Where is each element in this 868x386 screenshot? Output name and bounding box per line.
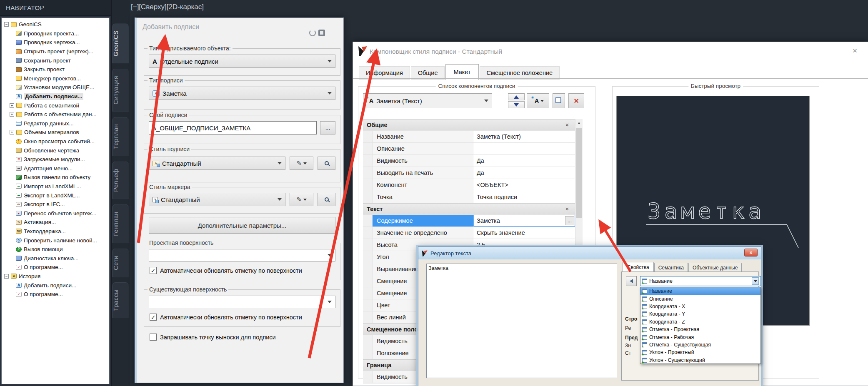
tree-item[interactable]: Техподдержка... <box>2 227 109 236</box>
more-params-button[interactable]: Дополнительные параметры... <box>149 217 335 234</box>
add-text-component-button[interactable]: A <box>527 93 549 108</box>
tree-item[interactable]: Активация... <box>2 218 109 227</box>
tree-item[interactable]: Добавить подписи... <box>2 281 109 290</box>
viewport-controls[interactable]: [−][Сверху][2D-каркас] <box>131 3 204 11</box>
tree-item[interactable]: Работа с семантикой <box>2 101 109 110</box>
tree-item[interactable]: О программе... <box>2 290 109 299</box>
tree-item[interactable]: Диагностика ключа... <box>2 254 109 263</box>
composer-tab[interactable]: Общие <box>411 66 445 80</box>
composer-tab[interactable]: Макет <box>445 64 478 80</box>
edit-label-style-button[interactable]: ✎ <box>290 157 313 170</box>
refresh-icon[interactable] <box>309 30 316 36</box>
tree-item[interactable]: Закрыть проект <box>2 65 109 74</box>
field-option[interactable]: Описание <box>640 295 760 302</box>
tree-item[interactable]: Работа с объектными дан... <box>2 110 109 119</box>
help-icon[interactable] <box>318 30 325 36</box>
tree-item[interactable]: Объемы материалов <box>2 128 109 137</box>
module-tab[interactable]: Рельеф <box>112 162 129 199</box>
tree-item[interactable]: Вызов помощи <box>2 245 109 254</box>
property-value[interactable]: Заметка (Текст) <box>473 131 575 142</box>
tree-expander-icon[interactable] <box>4 22 9 27</box>
field-option[interactable]: Координата - Y <box>640 310 760 318</box>
property-row[interactable]: Точка Точка подписи » <box>363 191 575 203</box>
tree-item[interactable]: Экспорт в IFC... <box>2 200 109 209</box>
property-value[interactable]: Да <box>473 155 575 167</box>
tree-item[interactable]: Менеджер проектов... <box>2 74 109 83</box>
text-content-area[interactable]: Заметка <box>426 264 617 378</box>
tree-item[interactable]: Проводник чертежа... <box>2 38 109 47</box>
edit-marker-style-button[interactable]: ✎ <box>290 193 313 206</box>
editor-tab[interactable]: Объектные данные <box>688 263 742 272</box>
checkbox-unchecked-icon[interactable] <box>150 334 157 341</box>
tree-expander-icon[interactable] <box>4 274 9 279</box>
property-value[interactable]: Скрыть значение <box>473 227 575 239</box>
editor-tab[interactable]: Семантика <box>654 263 688 272</box>
property-value[interactable]: Да <box>473 167 575 179</box>
field-option[interactable]: Координата - X <box>640 303 760 310</box>
field-option[interactable]: Координата - Z <box>640 318 760 326</box>
close-button[interactable]: × <box>744 249 758 257</box>
collapse-chevron-icon[interactable]: » <box>564 207 571 211</box>
tree-item[interactable]: О программе... <box>2 263 109 272</box>
existing-surface-auto-update[interactable]: Автоматически обновлять отметку по повер… <box>150 314 302 321</box>
field-option[interactable]: Уклон - Проектный <box>640 349 760 356</box>
field-option[interactable]: Отметка - Проектная <box>640 326 760 333</box>
property-row[interactable]: Описание » <box>363 143 575 155</box>
property-row[interactable]: Выводить на печать Да » <box>363 167 575 179</box>
property-row[interactable]: Видимость Да » <box>363 155 575 167</box>
tree-item[interactable]: Установки модуля ОБЩЕ... <box>2 83 109 92</box>
tree-item[interactable]: Вызов панели по объекту <box>2 173 109 182</box>
module-tab[interactable]: Терплан <box>112 117 129 156</box>
module-tab[interactable]: Ситуация <box>112 69 129 112</box>
tree-item[interactable]: Проверить наличие новой... <box>2 236 109 245</box>
move-up-button[interactable] <box>508 93 525 100</box>
delete-component-button[interactable]: × <box>568 93 584 108</box>
field-select[interactable]: Название <box>640 276 761 286</box>
tree-item[interactable]: История <box>2 272 109 281</box>
tree-item[interactable]: Загружаемые модули... <box>2 155 109 164</box>
tree-item[interactable]: Добавить подписи... <box>2 92 109 101</box>
component-select[interactable]: A Заметка (Текст) <box>363 93 492 108</box>
composer-tab[interactable]: Смещенное положение <box>480 66 560 80</box>
scroll-up-icon[interactable]: ▲ <box>575 119 583 126</box>
field-option[interactable]: Отметка - Существующая <box>640 341 760 349</box>
tree-item[interactable]: Редактор данных... <box>2 119 109 128</box>
module-tab[interactable]: Генплан <box>112 204 129 243</box>
field-option[interactable]: Название <box>640 287 760 295</box>
tree-item[interactable]: Адаптация меню... <box>2 164 109 173</box>
composer-tab[interactable]: Информация <box>359 66 410 80</box>
property-value[interactable]: Точка подписи <box>473 191 575 203</box>
tree-item[interactable]: Проводник проекта... <box>2 29 109 38</box>
label-type-select[interactable]: A Заметка <box>149 87 335 100</box>
move-down-button[interactable] <box>508 101 525 108</box>
layer-input[interactable]: А_ОБЩИЕ_ПОДПИСИ_ЗАМЕТКА <box>149 121 317 134</box>
field-option[interactable]: Отметка - Рабочая <box>640 333 760 341</box>
property-row[interactable]: Название Заметка (Текст) » <box>363 131 575 143</box>
preview-label-style-button[interactable] <box>318 157 335 170</box>
tree-item[interactable]: Экспорт в LandXML... <box>2 191 109 200</box>
layer-browse-button[interactable]: ... <box>320 121 335 134</box>
ask-leader-point-checkbox[interactable]: Запрашивать точку выноски для подписи <box>150 334 276 341</box>
tree-item[interactable]: Импорт из LandXML... <box>2 182 109 191</box>
property-row[interactable]: Компонент <ОБЪЕКТ> » <box>363 179 575 191</box>
tree-item[interactable]: Открыть проект (чертеж)... <box>2 47 109 56</box>
tree-item[interactable]: Окно просмотра событий... <box>2 137 109 146</box>
property-value[interactable]: <ОБЪЕКТ> <box>473 179 575 191</box>
dropdown-button[interactable] <box>752 277 759 285</box>
property-row[interactable]: Текст » <box>363 203 575 215</box>
checkbox-checked-icon[interactable] <box>150 267 157 274</box>
tree-item[interactable]: Перенос объектов чертеж... <box>2 209 109 218</box>
checkbox-checked-icon[interactable] <box>150 314 157 321</box>
module-tab[interactable]: Сети <box>112 249 129 277</box>
field-option[interactable]: Уклон - Существующий <box>640 356 760 364</box>
ellipsis-button[interactable]: ... <box>565 216 574 225</box>
property-value[interactable]: Заметка ... <box>473 215 575 227</box>
collapse-chevron-icon[interactable]: » <box>564 123 571 127</box>
label-style-select[interactable]: A Стандартный <box>149 157 285 170</box>
insert-field-button[interactable] <box>626 276 637 286</box>
module-tab[interactable]: Трассы <box>112 282 129 318</box>
design-surface-auto-update[interactable]: Автоматически обновлять отметку по повер… <box>150 267 302 274</box>
tree-item[interactable]: Сохранить проект <box>2 56 109 65</box>
object-type-select[interactable]: А Отдельные подписи <box>149 55 335 68</box>
property-value[interactable] <box>473 143 575 154</box>
